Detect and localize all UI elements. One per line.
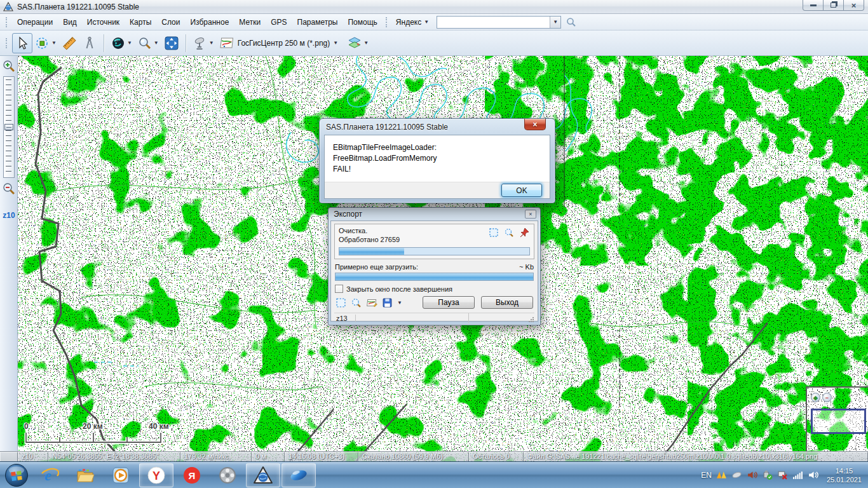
- tray-signal-icon[interactable]: [792, 470, 803, 480]
- menu-item-view[interactable]: Вид: [58, 15, 82, 29]
- error-dialog-titlebar: SAS.Планета 191221.10095 Stable: [324, 119, 550, 135]
- minimap-zoom-out-button[interactable]: −: [822, 393, 832, 402]
- window-titlebar: SAS.Планета 191221.10095 Stable: [0, 0, 868, 14]
- plus-icon: ◆: [813, 395, 818, 401]
- error-dialog-close-button[interactable]: ×: [524, 119, 546, 130]
- menubar: Операции Вид Источник Карты Слои Избранн…: [0, 14, 868, 30]
- language-indicator[interactable]: EN: [701, 471, 712, 480]
- minimize-button[interactable]: [803, 0, 824, 11]
- map-source-button[interactable]: ГосГисЦентр 250 м (*.png) ▼: [217, 33, 341, 53]
- chevron-down-icon: ▼: [154, 40, 159, 46]
- taskbar-sasplanet-button[interactable]: [246, 463, 280, 487]
- chevron-down-icon: ▼: [424, 19, 429, 25]
- layers-button[interactable]: ▼: [344, 33, 371, 53]
- minimap[interactable]: ◆ −: [806, 386, 868, 461]
- zoom-out-button[interactable]: [2, 182, 16, 196]
- statusbar-remaining: Осталось 0: [469, 452, 524, 461]
- tray-usb-icon[interactable]: [762, 470, 773, 480]
- error-dialog-title: SAS.Планета 191221.10095 Stable: [326, 123, 448, 132]
- menu-item-layers[interactable]: Слои: [156, 15, 185, 29]
- save-dropdown-icon[interactable]: ▼: [397, 300, 402, 306]
- fullscreen-icon: [164, 36, 179, 51]
- map-edit-icon[interactable]: [366, 297, 377, 308]
- statusbar-elevation: 0 м: [252, 452, 285, 461]
- export-dialog-close-button[interactable]: ×: [525, 210, 536, 219]
- start-button[interactable]: [1, 463, 32, 488]
- zoom-level-label: z10: [0, 211, 18, 220]
- ruler-icon: [62, 36, 77, 51]
- menu-item-maps[interactable]: Карты: [125, 15, 156, 29]
- menu-item-placemarks[interactable]: Метки: [234, 15, 266, 29]
- system-tray: EN 14:15 25.01.2021: [701, 466, 868, 484]
- menubar-grip[interactable]: [6, 17, 9, 27]
- ok-button[interactable]: OK: [501, 184, 542, 197]
- minimap-viewport-rect[interactable]: [811, 409, 866, 434]
- menu-item-help[interactable]: Помощь: [342, 15, 382, 29]
- window-title: SAS.Планета 191221.10095 Stable: [17, 3, 139, 11]
- pin-icon[interactable]: [519, 227, 529, 238]
- move-cursor-button[interactable]: [12, 33, 32, 53]
- selection-manager-button[interactable]: ▼: [32, 33, 59, 53]
- pause-button[interactable]: Пауза: [423, 296, 475, 309]
- menu-item-source[interactable]: Источник: [82, 15, 125, 29]
- tray-orange-app-icon[interactable]: [716, 470, 727, 480]
- menu-item-gps[interactable]: GPS: [266, 15, 292, 29]
- tray-volume-legacy-icon[interactable]: [747, 470, 757, 480]
- search-input[interactable]: [437, 17, 550, 28]
- restore-button[interactable]: [823, 0, 844, 11]
- selection-rect-icon[interactable]: [336, 297, 346, 308]
- statusbar-file-path: Файл G:\SAS...е 191221\cache_sqlite\gens…: [524, 452, 868, 461]
- search-toolbar-grip[interactable]: [386, 17, 389, 27]
- close-icon: ×: [851, 1, 857, 10]
- statusbar-time: 14:15:08 (UTC+3): [285, 452, 358, 461]
- sasplanet-icon: [253, 466, 273, 485]
- measure-distance-button[interactable]: [59, 33, 79, 53]
- fullscreen-button[interactable]: [161, 33, 182, 53]
- taskbar-yandex-browser-button[interactable]: Y: [139, 463, 173, 487]
- yandex-icon: Я: [182, 466, 201, 485]
- zoom-in-button[interactable]: [2, 59, 16, 73]
- download-progressbar: [335, 273, 534, 281]
- toolbar-grip[interactable]: [6, 38, 9, 48]
- gps-connect-button[interactable]: ▼: [190, 33, 217, 53]
- cleanup-progress-fill: [339, 248, 404, 255]
- tray-grey-swoosh-icon[interactable]: [731, 470, 742, 480]
- zoom-to-selection-icon[interactable]: [351, 297, 362, 308]
- taskbar-yandex-button[interactable]: Я: [175, 463, 209, 487]
- close-button[interactable]: ×: [843, 0, 864, 11]
- exit-button[interactable]: Выход: [481, 296, 533, 309]
- tray-clock[interactable]: 14:15 25.01.2021: [827, 466, 862, 484]
- save-icon[interactable]: [382, 297, 393, 308]
- navigation-compass-button[interactable]: [79, 33, 100, 53]
- export-dialog-body: Очистка. Обработано 27659 Примерно еще з…: [330, 220, 538, 322]
- zoom-slider[interactable]: [3, 76, 15, 178]
- selection-rect-icon[interactable]: [489, 227, 499, 238]
- taskbar-wmp-button[interactable]: [104, 463, 138, 487]
- menu-item-operations[interactable]: Операции: [12, 15, 58, 29]
- export-dialog: Экспорт × Очистка. Обработано 27659 Прим…: [328, 207, 541, 325]
- internet-cache-button[interactable]: ▼: [108, 33, 135, 53]
- taskbar-media-app-button[interactable]: [210, 463, 245, 487]
- menu-item-settings[interactable]: Параметры: [292, 15, 343, 29]
- search-provider-dropdown[interactable]: Яндекс ▼: [392, 16, 433, 29]
- tray-volume-icon[interactable]: [808, 470, 818, 480]
- taskbar-app-button[interactable]: [281, 463, 316, 487]
- search-icon[interactable]: [566, 17, 576, 27]
- export-status-grip[interactable]: [469, 313, 534, 323]
- yandex-browser-icon: Y: [147, 466, 166, 485]
- close-after-finish-checkbox[interactable]: [335, 285, 343, 293]
- svg-text:Y: Y: [153, 470, 160, 482]
- search-dropdown-button[interactable]: ▼: [550, 17, 560, 28]
- zoom-slider-handle[interactable]: [4, 124, 13, 130]
- zoom-to-selection-icon[interactable]: [504, 227, 514, 238]
- taskbar-ie-button[interactable]: e: [32, 463, 67, 487]
- menu-item-favorites[interactable]: Избранное: [185, 15, 234, 29]
- zoom-tool-button[interactable]: ▼: [135, 33, 161, 53]
- tray-time: 14:15: [827, 466, 862, 475]
- taskbar-explorer-button[interactable]: [68, 463, 102, 487]
- search-combobox[interactable]: ▼: [437, 16, 561, 29]
- tray-network-error-icon[interactable]: [777, 470, 788, 480]
- minimap-zoom-in-button[interactable]: ◆: [811, 393, 820, 402]
- export-dialog-title: Экспорт: [334, 210, 362, 219]
- zoom-sidebar: z10: [0, 56, 18, 451]
